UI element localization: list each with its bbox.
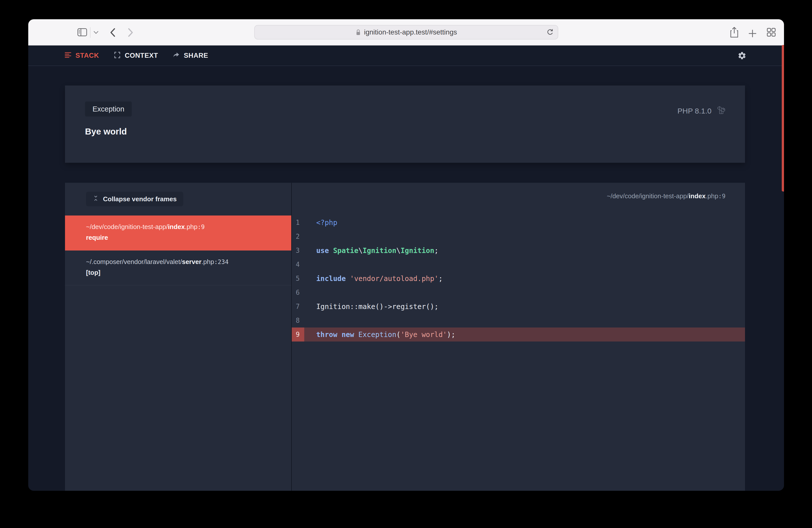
line-number: 3 <box>292 244 304 258</box>
laravel-logo-icon <box>716 105 726 117</box>
frame-method: [top] <box>86 269 284 277</box>
code-line-1: 1 <?php <box>292 216 745 230</box>
code-line-4: 4 <box>292 258 745 272</box>
url-text: ignition-test-app.test/#settings <box>364 28 457 36</box>
tab-share[interactable]: SHARE <box>173 51 208 60</box>
line-number: 6 <box>292 285 304 299</box>
new-tab-icon[interactable] <box>748 29 757 38</box>
page-scrollbar[interactable] <box>782 45 784 191</box>
line-number: 4 <box>292 258 304 272</box>
code-file-path: ~/dev/code/ignition-test-app/index.php:9 <box>607 192 725 200</box>
collapse-label: Collapse vendor frames <box>103 195 177 203</box>
error-page: Exception Bye world PHP 8.1.0 <box>28 66 784 491</box>
sidebar-chevron-down-icon[interactable] <box>93 30 99 34</box>
frame-path: ~/dev/code/ignition-test-app/index.php:9 <box>86 223 284 231</box>
tab-overview-icon[interactable] <box>766 27 776 37</box>
line-number: 1 <box>292 216 304 230</box>
tab-context-label: CONTEXT <box>125 52 158 59</box>
frame-item-server-php[interactable]: ~/.composer/vendor/laravel/valet/server.… <box>65 250 291 285</box>
reload-icon[interactable] <box>546 28 554 37</box>
code-line-6: 6 <box>292 285 745 299</box>
tab-context[interactable]: CONTEXT <box>114 51 158 60</box>
code-line-5: 5 include 'vendor/autoload.php'; <box>292 272 745 285</box>
stack-trace-layout: Collapse vendor frames ~/dev/code/igniti… <box>65 183 745 491</box>
stack-list-icon <box>64 51 72 60</box>
browser-window: ignition-test-app.test/#settings <box>28 19 784 491</box>
php-version-chip: PHP 8.1.0 <box>678 105 726 117</box>
sidebar-toggle-icon[interactable] <box>77 28 87 37</box>
ignition-navbar: STACK CONTEXT SHARE <box>28 45 784 66</box>
lock-icon <box>356 29 361 36</box>
frame-item-index-php[interactable]: ~/dev/code/ignition-test-app/index.php:9… <box>65 216 291 250</box>
line-number: 7 <box>292 299 304 313</box>
share-page-icon[interactable] <box>730 27 739 38</box>
code-editor: 1 <?php 2 3 use Spatie\Ignition\Ignition… <box>292 216 745 341</box>
code-line-3: 3 use Spatie\Ignition\Ignition; <box>292 244 745 258</box>
forward-button-icon[interactable] <box>128 28 134 37</box>
context-frame-icon <box>114 51 121 60</box>
settings-gear-icon[interactable] <box>738 51 746 61</box>
line-number: 2 <box>292 230 304 244</box>
back-button-icon[interactable] <box>110 28 116 37</box>
toolbar-divider <box>90 27 90 38</box>
code-line-9-highlighted: 9 throw new Exception('Bye world'); <box>292 327 745 341</box>
code-line-7: 7 Ignition::make()->register(); <box>292 299 745 313</box>
php-version-label: PHP 8.1.0 <box>678 107 711 115</box>
tab-stack-label: STACK <box>75 52 99 59</box>
line-number: 9 <box>292 327 304 341</box>
code-snippet-panel: ~/dev/code/ignition-test-app/index.php:9… <box>292 183 745 491</box>
tab-share-label: SHARE <box>184 52 208 59</box>
collapse-icon <box>92 195 99 203</box>
line-number: 8 <box>292 313 304 327</box>
address-bar[interactable]: ignition-test-app.test/#settings <box>254 25 558 40</box>
exception-message: Bye world <box>85 127 127 136</box>
code-line-8: 8 <box>292 313 745 327</box>
frame-method: require <box>86 234 284 241</box>
browser-toolbar: ignition-test-app.test/#settings <box>28 19 784 45</box>
tab-stack[interactable]: STACK <box>64 51 99 60</box>
line-number: 5 <box>292 272 304 285</box>
share-arrow-icon <box>173 51 180 60</box>
stack-frames-panel: Collapse vendor frames ~/dev/code/igniti… <box>65 183 291 491</box>
exception-class-badge: Exception <box>85 102 132 117</box>
screenshot-root: { "browser": { "url_text": "ignition-tes… <box>0 0 812 528</box>
code-line-2: 2 <box>292 230 745 244</box>
exception-card: Exception Bye world PHP 8.1.0 <box>65 86 745 163</box>
frames-list: ~/dev/code/ignition-test-app/index.php:9… <box>65 216 291 285</box>
collapse-vendor-frames-button[interactable]: Collapse vendor frames <box>86 192 183 206</box>
frame-path: ~/.composer/vendor/laravel/valet/server.… <box>86 258 284 266</box>
